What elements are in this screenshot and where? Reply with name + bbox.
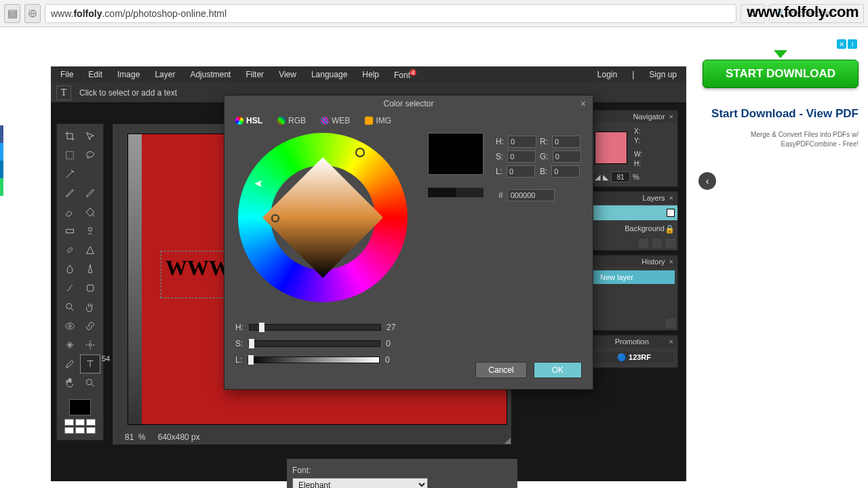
l-input[interactable]	[507, 165, 535, 178]
l-slider-value: 0	[385, 355, 401, 365]
wand-tool[interactable]	[60, 165, 80, 184]
eye-tool[interactable]	[60, 317, 80, 336]
sl-diamond[interactable]	[262, 157, 383, 278]
s-slider[interactable]	[248, 340, 380, 347]
menu-help[interactable]: Help	[362, 70, 379, 79]
font-select[interactable]: Elephant	[292, 478, 428, 488]
color-dialog-close-icon[interactable]: ×	[580, 98, 586, 109]
download-button[interactable]: START DOWNLOAD	[703, 60, 859, 88]
bloat-tool[interactable]	[60, 336, 80, 354]
zoom-in-icon[interactable]: ◣	[603, 173, 608, 182]
menu-view[interactable]: View	[279, 70, 296, 79]
link-tool[interactable]	[80, 317, 100, 336]
zoom-out-icon[interactable]: ◢	[595, 173, 600, 182]
navigator-thumb[interactable]	[595, 131, 627, 164]
type-tool[interactable]	[80, 354, 100, 373]
cancel-button[interactable]: Cancel	[475, 362, 526, 378]
history-close-icon[interactable]: ×	[669, 258, 673, 266]
brush-tool[interactable]	[80, 184, 100, 203]
s-input[interactable]	[507, 150, 536, 163]
zoom-tool2[interactable]	[80, 373, 100, 392]
gradient-tool[interactable]	[60, 222, 80, 241]
menu-filter[interactable]: Filter	[245, 70, 264, 79]
ad-close-icon[interactable]: ✕	[837, 39, 846, 49]
layer-action1[interactable]	[639, 239, 648, 248]
foreground-color-swatch[interactable]	[69, 399, 91, 415]
g-input[interactable]	[553, 150, 581, 163]
login-link[interactable]: Login	[597, 70, 617, 79]
ok-button[interactable]: OK	[534, 362, 582, 378]
menu-image[interactable]: Image	[117, 70, 140, 79]
b-input[interactable]	[551, 165, 580, 178]
hsl-inputs: H: S: L:	[496, 133, 536, 180]
bucket-tool[interactable]	[80, 203, 100, 222]
promotion-close-icon[interactable]: ×	[669, 338, 673, 346]
navigator-close-icon[interactable]: ×	[669, 113, 673, 121]
menu-layer[interactable]: Layer	[155, 70, 175, 79]
font-badge: 4	[410, 69, 416, 76]
hand-tool[interactable]	[60, 373, 80, 392]
layers-close-icon[interactable]: ×	[669, 194, 673, 202]
layer-row[interactable]: ✓	[591, 205, 677, 220]
sidebar-toggle[interactable]: ▤	[4, 4, 20, 23]
crop-tool[interactable]	[60, 127, 80, 146]
font-label: Font:	[292, 466, 311, 475]
history-item[interactable]: New layer	[593, 270, 675, 284]
layer-trash-icon[interactable]	[652, 239, 662, 248]
tab-rgb[interactable]: RGB	[275, 115, 309, 127]
h-input[interactable]	[508, 136, 536, 148]
hex-input[interactable]	[507, 189, 555, 201]
sl-handle[interactable]	[271, 214, 279, 222]
signup-link[interactable]: Sign up	[649, 70, 677, 79]
l-slider[interactable]	[248, 357, 380, 363]
heal-tool[interactable]	[60, 241, 80, 260]
zoom-input[interactable]	[611, 171, 630, 182]
palette-swatches[interactable]	[64, 418, 96, 434]
menu-adjustment[interactable]: Adjustment	[190, 70, 231, 79]
pencil-tool[interactable]	[60, 184, 80, 203]
promotion-title: Promotion	[615, 338, 649, 346]
blur-tool[interactable]	[60, 260, 80, 279]
navigator-panel: Navigator× X:Y: W:H: ◢ ◣ %	[590, 110, 678, 187]
lasso-tool[interactable]	[80, 146, 100, 165]
layer-action3[interactable]	[666, 239, 675, 248]
smudge-tool[interactable]	[60, 279, 80, 298]
h-slider[interactable]	[249, 324, 381, 331]
color-wheel-area[interactable]: ➤	[238, 133, 414, 309]
r-input[interactable]	[552, 136, 580, 148]
promo-logo[interactable]: 🔵 123RF	[595, 352, 673, 363]
tab-hsl[interactable]: HSL	[233, 115, 265, 127]
hue-wheel[interactable]: ➤	[238, 133, 408, 302]
canvas-resize-grip[interactable]	[504, 437, 511, 444]
svg-point-9	[87, 380, 92, 385]
eraser-tool[interactable]	[60, 203, 80, 222]
ad-info-icon[interactable]: i	[848, 39, 857, 49]
marquee-tool[interactable]	[60, 146, 80, 165]
sponge-tool[interactable]	[80, 279, 100, 298]
background-layer-row[interactable]: Background🔒	[591, 222, 677, 237]
sharpen-tool[interactable]	[80, 260, 100, 279]
canvas-status-bar: 81 % 640x480 px	[125, 432, 200, 442]
pinch-tool[interactable]	[80, 336, 100, 354]
menu-language[interactable]: Language	[311, 70, 347, 79]
hand-tool2[interactable]	[80, 298, 100, 317]
history-action[interactable]	[666, 319, 675, 328]
layer-visible-checkbox[interactable]: ✓	[667, 209, 675, 217]
url-bar[interactable]: www.folfoly.com/p/photoshop-online.html	[45, 4, 736, 23]
shape-tool[interactable]	[80, 241, 100, 260]
menu-edit[interactable]: Edit	[88, 70, 102, 79]
move-tool[interactable]	[80, 127, 100, 146]
tab-web[interactable]: WEB	[318, 115, 353, 127]
menu-file[interactable]: File	[60, 70, 73, 79]
zoom-tool[interactable]	[60, 298, 80, 317]
hue-handle[interactable]	[355, 148, 365, 157]
s-slider-value: 0	[386, 339, 402, 348]
menu-font[interactable]: Font4	[394, 69, 416, 80]
color-dialog-title-bar[interactable]: Color selector ×	[224, 96, 593, 112]
ad-prev-icon[interactable]: ‹	[698, 172, 716, 190]
ad-headline[interactable]: Start Download - View PDF	[703, 107, 859, 121]
picker-tool[interactable]	[60, 354, 80, 373]
tab-img[interactable]: IMG	[362, 115, 394, 127]
clone-tool[interactable]	[80, 222, 100, 241]
home-button[interactable]	[24, 4, 41, 23]
